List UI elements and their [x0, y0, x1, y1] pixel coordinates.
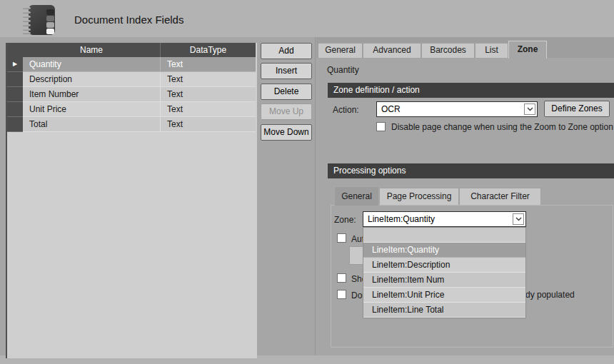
chevron-down-icon [515, 217, 522, 221]
proc-tab-general[interactable]: General [334, 186, 379, 206]
dropdown-item-item-num[interactable]: LineItem:Item Num [363, 273, 525, 288]
tab-advanced[interactable]: Advanced [363, 43, 421, 58]
insert-button[interactable]: Insert [261, 63, 312, 79]
define-zones-button[interactable]: Define Zones [544, 101, 610, 117]
dropdown-item-unit-price[interactable]: LineItem:Unit Price [363, 288, 525, 303]
tab-zone[interactable]: Zone [508, 41, 547, 59]
grid-cell-name: Unit Price [23, 102, 160, 117]
zone-label: Zone: [334, 215, 356, 225]
field-title: Quantity [327, 65, 359, 75]
delete-button[interactable]: Delete [261, 84, 312, 100]
zone-definition-header: Zone definition / action [328, 83, 614, 98]
current-row-arrow-icon: ▶ [13, 61, 17, 67]
row-selector[interactable] [7, 102, 23, 117]
grid-row-quantity[interactable]: ▶ Quantity Text [7, 57, 256, 72]
action-label: Action: [333, 105, 359, 115]
grid-cell-datatype: Text [160, 117, 256, 132]
row-selector[interactable] [7, 117, 23, 132]
grid-cell-datatype: Text [160, 57, 256, 72]
grid-cell-name: Description [23, 72, 160, 87]
disable-page-change-checkbox[interactable] [376, 122, 386, 131]
tab-general[interactable]: General [318, 43, 363, 58]
move-up-button[interactable]: Move Up [261, 103, 312, 120]
dont-checkbox[interactable] [337, 290, 346, 299]
zone-combobox[interactable]: LineItem:Quantity [363, 211, 526, 227]
grid-cell-name: Total [23, 117, 160, 132]
dropdown-item-description[interactable]: LineItem:Description [363, 258, 525, 273]
grid-cell-name: Item Number [23, 87, 160, 102]
grid-header-row: Name DataType [7, 43, 256, 57]
add-button[interactable]: Add [261, 43, 312, 59]
action-combobox-dropdown-button[interactable] [524, 103, 535, 115]
row-selector[interactable] [7, 87, 23, 102]
grid-row-description[interactable]: Description Text [7, 72, 256, 87]
zone-dropdown-list: LineItem:Quantity LineItem:Description L… [363, 227, 526, 318]
document-index-fields-window: Document Index Fields Name DataType ▶ Qu… [0, 0, 614, 364]
tab-barcodes[interactable]: Barcodes [421, 43, 475, 58]
proc-tab-page-processing[interactable]: Page Processing [379, 188, 459, 205]
dropdown-item-line-total[interactable]: LineItem:Line Total [363, 303, 525, 318]
grid-row-item-number[interactable]: Item Number Text [7, 87, 256, 102]
show-checkbox[interactable] [337, 273, 346, 283]
move-down-button[interactable]: Move Down [261, 124, 312, 141]
tab-list[interactable]: List [475, 43, 508, 58]
populated-text-fragment: dy populated [525, 290, 575, 300]
dropdown-item-quantity[interactable]: LineItem:Quantity [363, 243, 525, 258]
row-selector[interactable]: ▶ [7, 57, 23, 72]
panel-divider [315, 37, 316, 355]
grid-cell-datatype: Text [160, 87, 256, 102]
page-title: Document Index Fields [74, 14, 183, 26]
disable-page-change-label: Disable page change when using the Zoom … [391, 122, 613, 132]
grid-row-total[interactable]: Total Text [7, 117, 256, 132]
processing-options-header: Processing options [328, 163, 614, 178]
grid-header-datatype[interactable]: DataType [160, 43, 256, 57]
zone-combobox-dropdown-button[interactable] [513, 213, 524, 225]
grid-cell-name: Quantity [23, 57, 160, 72]
zone-combobox-value: LineItem:Quantity [368, 212, 435, 226]
chevron-down-icon [527, 107, 533, 111]
dropdown-item-blank[interactable] [363, 228, 525, 243]
row-selector[interactable] [7, 72, 23, 87]
action-combobox-value: OCR [381, 102, 401, 116]
fields-grid: Name DataType ▶ Quantity Text Descriptio… [6, 43, 257, 358]
grid-header-name[interactable]: Name [23, 43, 160, 57]
grid-cell-datatype: Text [160, 102, 256, 117]
grid-cell-datatype: Text [160, 72, 256, 87]
action-combobox[interactable]: OCR [376, 101, 538, 117]
document-index-icon [23, 5, 56, 35]
grid-row-unit-price[interactable]: Unit Price Text [7, 102, 256, 117]
auto-checkbox[interactable] [337, 233, 346, 243]
proc-tab-character-filter[interactable]: Character Filter [459, 188, 541, 205]
